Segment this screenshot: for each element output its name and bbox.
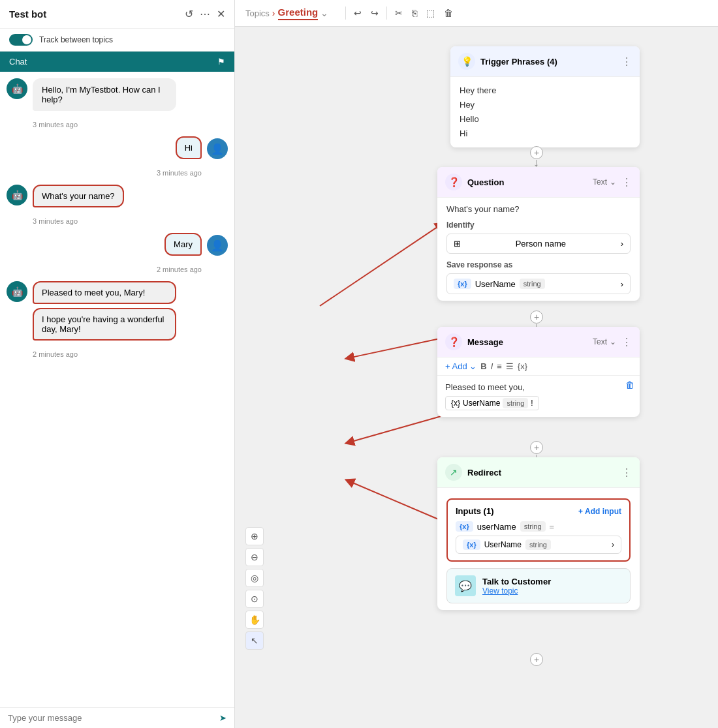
cut-button[interactable]: ✂ <box>391 5 407 21</box>
input-var-type: string <box>520 521 546 532</box>
input-val-chevron: › <box>612 540 614 549</box>
zoom-in-button[interactable]: ⊕ <box>245 527 264 545</box>
talk-icon: 💬 <box>455 575 476 596</box>
bot-time-2: 3 minutes ago <box>33 217 228 225</box>
toolbar: ↩ ↪ ✂ ⎘ ⬚ 🗑 <box>343 5 457 21</box>
input-val-type: string <box>525 539 551 550</box>
copy-button[interactable]: ⎘ <box>408 5 421 21</box>
message-node: ❓ Message Text ⌄ ⋮ + Add ⌄ B I ≡ ☰ {x} 🗑… <box>437 327 640 417</box>
panel-header: Test bot ↺ ⋯ ✕ <box>0 0 234 29</box>
undo-button[interactable]: ↩ <box>350 5 366 21</box>
bot-message-3: 🤖 Pleased to meet you, Mary! I hope you'… <box>7 281 228 341</box>
chat-input-area: ➤ <box>0 707 234 728</box>
var-x-badge: {x} <box>451 399 460 408</box>
trigger-more-button[interactable]: ⋮ <box>621 55 632 68</box>
input-row-1: {x} userName string = <box>456 521 621 532</box>
bot-time-3: 2 minutes ago <box>33 350 228 358</box>
redirect-more-button[interactable]: ⋮ <box>621 466 632 479</box>
bot-bubble-4: I hope you're having a wonderful day, Ma… <box>33 308 176 341</box>
redirect-icon: ↗ <box>445 464 462 481</box>
bold-button[interactable]: B <box>480 361 486 371</box>
chat-input[interactable] <box>8 713 219 723</box>
reload-button[interactable]: ↺ <box>185 8 193 20</box>
chat-body: 🤖 Hello, I'm MyTestbot. How can I help? … <box>0 72 234 707</box>
variable-button[interactable]: {x} <box>518 361 527 371</box>
message-var-inline: {x} UserName string ! <box>445 396 539 410</box>
chat-tab[interactable]: Chat ⚑ <box>0 52 234 72</box>
breadcrumb-separator: › <box>272 8 275 18</box>
unordered-list-button[interactable]: ☰ <box>506 361 514 371</box>
bot-avatar-1: 🤖 <box>7 78 27 99</box>
user-time-1: 3 minutes ago <box>7 169 202 177</box>
fit-button[interactable]: ◎ <box>245 569 264 587</box>
redirect-node: ↗ Redirect ⋮ Inputs (1) + Add input {x} … <box>437 457 640 610</box>
add-button-4[interactable]: + <box>530 653 543 666</box>
input-var-name: userName <box>477 522 516 532</box>
message-delete-button[interactable]: 🗑 <box>625 380 634 390</box>
paste-button[interactable]: ⬚ <box>422 5 439 21</box>
message-more-button[interactable]: ⋮ <box>621 336 632 348</box>
hand-button[interactable]: ✋ <box>245 611 264 629</box>
question-title: Question <box>467 177 587 187</box>
user-bubble-2: Mary <box>164 233 202 256</box>
identify-icon: ⊞ <box>454 239 461 249</box>
message-header: ❓ Message Text ⌄ ⋮ <box>437 327 640 357</box>
canvas[interactable]: 💡 Trigger Phrases (4) ⋮ Hey there Hey He… <box>235 27 718 728</box>
flag-icon: ⚑ <box>217 57 225 67</box>
add-button-2[interactable]: + <box>530 311 543 324</box>
breadcrumb-topics[interactable]: Topics <box>245 8 270 18</box>
message-add-button[interactable]: + Add ⌄ <box>445 361 476 371</box>
topbar: Topics › Greeting ⌄ ↩ ↪ ✂ ⎘ ⬚ 🗑 <box>235 0 718 27</box>
track-topics-toggle[interactable] <box>9 34 33 46</box>
trigger-phrases: Hey there Hey Hello Hi <box>460 83 631 141</box>
save-box[interactable]: {x} UserName string › <box>446 273 631 294</box>
redirect-title: Redirect <box>467 468 616 478</box>
toggle-label: Track between topics <box>39 35 113 44</box>
trigger-title: Trigger Phrases (4) <box>480 57 616 67</box>
zoom-out-button[interactable]: ⊖ <box>245 548 264 566</box>
identify-box[interactable]: ⊞ Person name › <box>446 234 631 254</box>
redirect-header: ↗ Redirect ⋮ <box>437 457 640 488</box>
add-button-3[interactable]: + <box>530 441 543 454</box>
close-button[interactable]: ✕ <box>217 8 225 20</box>
save-chevron: › <box>621 279 623 289</box>
svg-line-2 <box>349 416 441 442</box>
menu-button[interactable]: ⋯ <box>200 8 210 20</box>
phrase-3: Hello <box>460 112 631 127</box>
trigger-icon: 💡 <box>458 53 475 70</box>
bot-message-1: 🤖 Hello, I'm MyTestbot. How can I help? <box>7 78 228 111</box>
user-time-2: 2 minutes ago <box>7 265 202 273</box>
talk-label: Talk to Customer <box>482 577 551 586</box>
input-var-badge: {x} <box>456 521 473 532</box>
identify-label: Identify <box>446 220 631 230</box>
view-topic-link[interactable]: View topic <box>482 586 551 596</box>
inputs-label: Inputs (1) <box>456 506 494 516</box>
panel-header-icons: ↺ ⋯ ✕ <box>185 8 225 20</box>
breadcrumb-dropdown[interactable]: ⌄ <box>320 8 328 18</box>
svg-line-0 <box>320 225 441 306</box>
question-text: What's your name? <box>446 204 631 214</box>
input-val-box[interactable]: {x} UserName string › <box>456 536 621 554</box>
send-button[interactable]: ➤ <box>219 713 226 723</box>
breadcrumb-current[interactable]: Greeting <box>278 7 319 20</box>
svg-line-3 <box>349 481 441 521</box>
msg-var-name: UserName <box>463 399 500 408</box>
ordered-list-button[interactable]: ≡ <box>497 361 502 371</box>
trigger-node: 💡 Trigger Phrases (4) ⋮ Hey there Hey He… <box>450 46 640 147</box>
message-type-badge[interactable]: Text ⌄ <box>593 337 616 346</box>
add-input-button[interactable]: + Add input <box>578 507 621 516</box>
add-button-1[interactable]: + <box>530 146 543 159</box>
question-body: What's your name? Identify ⊞ Person name… <box>437 198 640 301</box>
message-text: Pleased to meet you, <box>445 382 632 392</box>
toolbar-separator-1 <box>345 7 346 20</box>
center-button[interactable]: ⊙ <box>245 590 264 608</box>
delete-button[interactable]: 🗑 <box>440 5 457 21</box>
question-more-button[interactable]: ⋮ <box>621 176 632 189</box>
italic-button[interactable]: I <box>491 361 493 371</box>
bot-time-1: 3 minutes ago <box>33 121 228 129</box>
question-type-badge[interactable]: Text ⌄ <box>593 177 616 187</box>
redo-button[interactable]: ↪ <box>367 5 382 21</box>
input-val-name: UserName <box>484 540 522 549</box>
select-button[interactable]: ↖ <box>245 631 264 650</box>
user-message-2: Mary 👤 <box>7 233 228 256</box>
